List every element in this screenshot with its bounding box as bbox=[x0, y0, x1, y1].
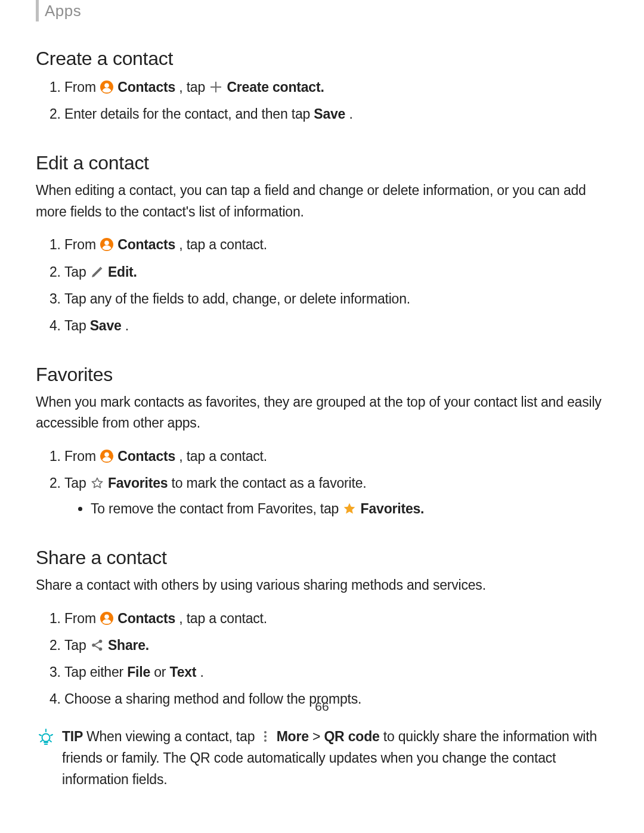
svg-point-7 bbox=[104, 614, 109, 619]
contacts-icon bbox=[100, 237, 114, 252]
text: , tap bbox=[179, 79, 209, 95]
heading-edit: Edit a contact bbox=[36, 152, 608, 174]
tip-label: TIP bbox=[62, 729, 86, 744]
text: , tap a contact. bbox=[179, 448, 267, 464]
text: . bbox=[125, 318, 129, 333]
share-icon bbox=[90, 638, 104, 652]
text: When viewing a contact, tap bbox=[86, 729, 258, 744]
step: Tap either File or Text . bbox=[64, 661, 608, 684]
step: Tap any of the fields to add, change, or… bbox=[64, 287, 608, 311]
steps-create: From Contacts , tap Create contact. Ente… bbox=[36, 76, 608, 126]
contacts-label: Contacts bbox=[117, 611, 175, 626]
document-page: Apps Create a contact From Contacts , ta… bbox=[0, 0, 644, 833]
lightbulb-tip-icon bbox=[36, 726, 56, 790]
section-favorites: Favorites When you mark contacts as favo… bbox=[36, 364, 608, 521]
page-number: 66 bbox=[0, 699, 644, 714]
heading-create: Create a contact bbox=[36, 48, 608, 70]
more-vertical-icon bbox=[258, 729, 273, 744]
contacts-label: Contacts bbox=[117, 448, 175, 464]
step: Tap Favorites to mark the contact as a f… bbox=[64, 472, 608, 521]
text: or bbox=[154, 664, 169, 680]
svg-point-14 bbox=[264, 739, 267, 742]
text: Tap bbox=[64, 637, 90, 653]
file-label: File bbox=[127, 664, 150, 680]
intro-share: Share a contact with others by using var… bbox=[36, 575, 608, 596]
tip-block: TIP When viewing a contact, tap More > Q… bbox=[36, 726, 608, 790]
qrcode-label: QR code bbox=[324, 729, 379, 744]
text: to mark the contact as a favorite. bbox=[172, 475, 367, 491]
text: Enter details for the contact, and then … bbox=[64, 106, 314, 122]
pencil-edit-icon bbox=[90, 265, 104, 279]
text: Tap either bbox=[64, 664, 127, 680]
rule-stub bbox=[36, 0, 39, 21]
step: Tap Save . bbox=[64, 314, 608, 337]
text: From bbox=[64, 611, 100, 626]
step: Tap Edit. bbox=[64, 261, 608, 284]
intro-favorites: When you mark contacts as favorites, the… bbox=[36, 392, 608, 434]
contacts-label: Contacts bbox=[117, 237, 175, 252]
favorites-label: Favorites. bbox=[361, 501, 425, 516]
save-label: Save bbox=[90, 318, 122, 333]
section-label: Apps bbox=[45, 2, 81, 20]
save-label: Save bbox=[314, 106, 345, 122]
section-share-contact: Share a contact Share a contact with oth… bbox=[36, 547, 608, 790]
contacts-icon bbox=[100, 449, 114, 463]
contacts-icon bbox=[100, 611, 114, 625]
section-rule: Apps bbox=[36, 0, 608, 21]
plus-icon bbox=[209, 80, 223, 94]
svg-point-13 bbox=[264, 735, 267, 738]
substeps-favorites: To remove the contact from Favorites, ta… bbox=[64, 497, 608, 521]
substep: To remove the contact from Favorites, ta… bbox=[91, 497, 608, 521]
step: Tap Share. bbox=[64, 634, 608, 657]
heading-share: Share a contact bbox=[36, 547, 608, 569]
share-label: Share. bbox=[108, 637, 149, 653]
steps-edit: From Contacts , tap a contact. Tap Edit.… bbox=[36, 233, 608, 337]
step: From Contacts , tap a contact. bbox=[64, 607, 608, 630]
favorites-label: Favorites bbox=[108, 475, 168, 491]
create-contact-label: Create contact. bbox=[227, 79, 324, 95]
section-create-contact: Create a contact From Contacts , tap Cre… bbox=[36, 48, 608, 126]
svg-point-1 bbox=[104, 83, 109, 88]
text: . bbox=[349, 106, 352, 122]
text-label: Text bbox=[169, 664, 196, 680]
contacts-label: Contacts bbox=[117, 79, 175, 95]
text: To remove the contact from Favorites, ta… bbox=[91, 501, 342, 516]
section-edit-contact: Edit a contact When editing a contact, y… bbox=[36, 152, 608, 337]
intro-edit: When editing a contact, you can tap a fi… bbox=[36, 180, 608, 222]
steps-share: From Contacts , tap a contact. Tap bbox=[36, 607, 608, 711]
heading-favorites: Favorites bbox=[36, 364, 608, 386]
text: > bbox=[312, 729, 324, 744]
text: From bbox=[64, 79, 100, 95]
star-outline-icon bbox=[90, 476, 104, 490]
contacts-icon bbox=[100, 80, 114, 94]
text: . bbox=[200, 664, 203, 680]
edit-label: Edit. bbox=[108, 264, 137, 280]
step: From Contacts , tap a contact. bbox=[64, 233, 608, 256]
svg-point-12 bbox=[264, 731, 267, 733]
svg-point-11 bbox=[42, 734, 50, 742]
text: From bbox=[64, 237, 100, 252]
svg-point-5 bbox=[104, 453, 109, 457]
text: From bbox=[64, 448, 100, 464]
star-filled-icon bbox=[342, 501, 357, 516]
tip-body: TIP When viewing a contact, tap More > Q… bbox=[62, 726, 608, 790]
svg-point-3 bbox=[104, 241, 109, 246]
text: Tap bbox=[64, 264, 90, 280]
text: , tap a contact. bbox=[179, 611, 267, 626]
more-label: More bbox=[277, 729, 309, 744]
steps-favorites: From Contacts , tap a contact. Tap Favor… bbox=[36, 445, 608, 521]
text: Tap bbox=[64, 475, 90, 491]
step: From Contacts , tap a contact. bbox=[64, 445, 608, 468]
step: From Contacts , tap Create contact. bbox=[64, 76, 608, 99]
step: Enter details for the contact, and then … bbox=[64, 103, 608, 126]
text: Tap bbox=[64, 318, 90, 333]
text: , tap a contact. bbox=[179, 237, 267, 252]
